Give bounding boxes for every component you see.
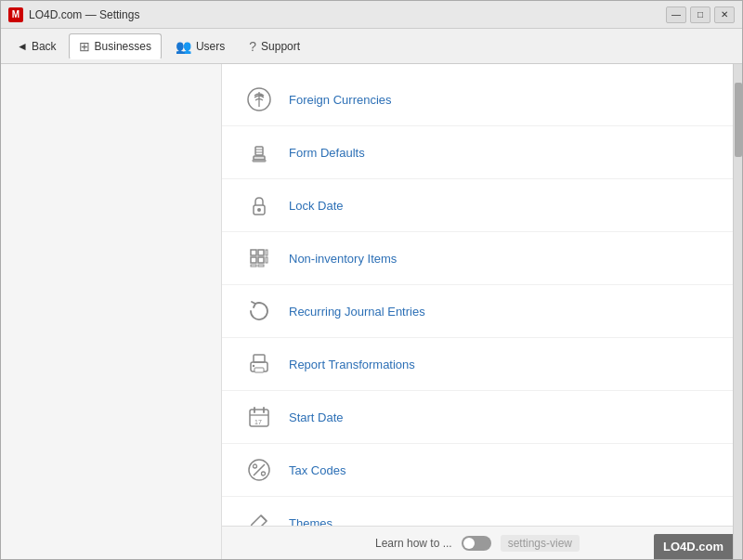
tax-codes-label: Tax Codes bbox=[289, 463, 345, 477]
refresh-icon bbox=[244, 296, 274, 326]
brush-icon bbox=[244, 508, 274, 526]
svg-rect-16 bbox=[254, 355, 265, 362]
svg-point-7 bbox=[257, 208, 261, 212]
support-icon: ? bbox=[249, 39, 256, 54]
svg-rect-18 bbox=[254, 368, 264, 372]
minimize-button[interactable]: — bbox=[666, 7, 686, 23]
settings-item-report-transformations[interactable]: Report Transformations bbox=[222, 338, 733, 391]
watermark-text: LO4D.com bbox=[663, 540, 723, 553]
settings-item-form-defaults[interactable]: Form Defaults bbox=[222, 126, 733, 179]
settings-item-themes[interactable]: Themes bbox=[222, 497, 733, 526]
svg-rect-8 bbox=[251, 250, 256, 255]
svg-rect-13 bbox=[266, 257, 267, 263]
recurring-journal-entries-label: Recurring Journal Entries bbox=[289, 305, 425, 319]
app-window: M LO4D.com — Settings — □ ✕ ◄ Back ⊞ Bus… bbox=[0, 0, 743, 560]
content-area: Foreign Currencies Form Defaults bbox=[1, 64, 742, 559]
settings-item-foreign-currencies[interactable]: Foreign Currencies bbox=[222, 73, 733, 126]
window-title: LO4D.com — Settings bbox=[29, 8, 139, 21]
main-content: Foreign Currencies Form Defaults bbox=[222, 64, 733, 559]
form-defaults-label: Form Defaults bbox=[289, 146, 365, 160]
svg-point-28 bbox=[262, 472, 266, 475]
learn-toggle[interactable] bbox=[462, 536, 491, 551]
settings-item-tax-codes[interactable]: Tax Codes bbox=[222, 444, 733, 497]
percent-icon bbox=[244, 455, 274, 485]
svg-rect-15 bbox=[258, 265, 264, 267]
toolbar: ◄ Back ⊞ Businesses 👥 Users ? Support bbox=[1, 29, 742, 64]
foreign-currencies-label: Foreign Currencies bbox=[289, 93, 392, 107]
lock-icon bbox=[244, 190, 274, 220]
themes-label: Themes bbox=[289, 516, 332, 527]
currency-icon bbox=[244, 85, 274, 114]
svg-rect-5 bbox=[253, 160, 266, 162]
scrollbar[interactable] bbox=[733, 64, 742, 559]
grid-icon bbox=[244, 243, 274, 273]
svg-rect-12 bbox=[258, 257, 264, 263]
settings-item-recurring-journal-entries[interactable]: Recurring Journal Entries bbox=[222, 285, 733, 338]
svg-point-19 bbox=[253, 365, 254, 367]
svg-point-27 bbox=[254, 464, 257, 468]
svg-line-26 bbox=[254, 464, 265, 475]
stamp-icon bbox=[244, 137, 274, 167]
start-date-label: Start Date bbox=[289, 410, 344, 424]
maximize-button[interactable]: □ bbox=[690, 7, 710, 23]
svg-rect-11 bbox=[251, 257, 256, 263]
settings-item-start-date[interactable]: 17 Start Date bbox=[222, 391, 733, 444]
users-tab[interactable]: 👥 Users bbox=[165, 33, 235, 59]
svg-text:17: 17 bbox=[254, 419, 262, 425]
businesses-icon: ⊞ bbox=[79, 39, 90, 54]
learn-label: Learn how to ... bbox=[375, 537, 452, 550]
settings-item-lock-date[interactable]: Lock Date bbox=[222, 179, 733, 232]
businesses-tab[interactable]: ⊞ Businesses bbox=[69, 33, 162, 59]
svg-rect-14 bbox=[251, 265, 256, 267]
settings-list: Foreign Currencies Form Defaults bbox=[222, 64, 733, 526]
printer-icon bbox=[244, 349, 274, 379]
close-button[interactable]: ✕ bbox=[714, 7, 735, 23]
calendar-icon: 17 bbox=[244, 402, 274, 432]
non-inventory-items-label: Non-inventory Items bbox=[289, 252, 397, 266]
report-transformations-label: Report Transformations bbox=[289, 358, 415, 371]
settings-item-non-inventory-items[interactable]: Non-inventory Items bbox=[222, 232, 733, 285]
lock-date-label: Lock Date bbox=[289, 199, 344, 213]
scrollbar-thumb[interactable] bbox=[735, 83, 742, 157]
title-bar: M LO4D.com — Settings — □ ✕ bbox=[1, 1, 742, 29]
app-icon: M bbox=[8, 7, 23, 22]
back-arrow-icon: ◄ bbox=[17, 40, 28, 53]
svg-line-29 bbox=[261, 515, 267, 521]
settings-view-link[interactable]: settings-view bbox=[501, 535, 580, 552]
svg-rect-2 bbox=[255, 147, 263, 155]
svg-rect-1 bbox=[254, 156, 265, 160]
title-bar-left: M LO4D.com — Settings bbox=[8, 7, 139, 22]
users-icon: 👥 bbox=[176, 39, 191, 54]
sidebar bbox=[1, 64, 222, 559]
svg-rect-9 bbox=[258, 250, 264, 255]
svg-rect-10 bbox=[266, 250, 267, 255]
back-button[interactable]: ◄ Back bbox=[8, 34, 65, 59]
support-tab[interactable]: ? Support bbox=[239, 33, 310, 59]
window-controls: — □ ✕ bbox=[666, 7, 735, 23]
watermark: LO4D.com bbox=[654, 534, 733, 559]
